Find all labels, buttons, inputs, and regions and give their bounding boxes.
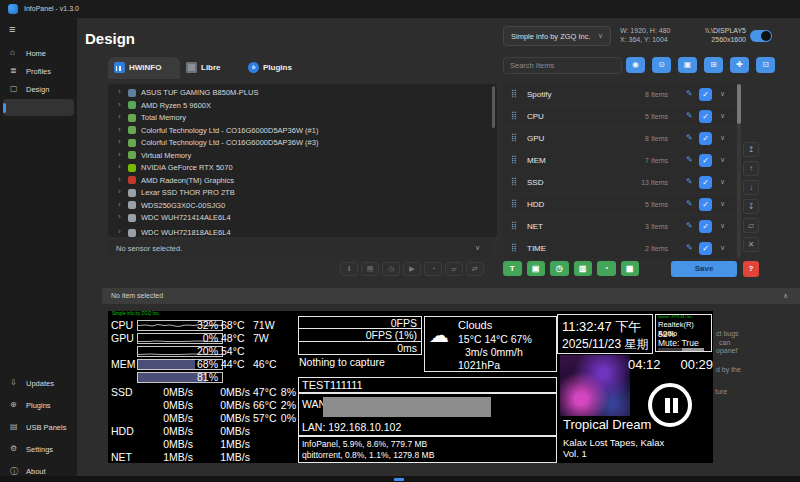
- expand-chevron-icon[interactable]: ›: [118, 150, 121, 159]
- drag-handle-icon[interactable]: ⣿: [511, 199, 517, 208]
- tree-row[interactable]: ›ASUS TUF GAMING B850M-PLUS: [108, 87, 497, 99]
- group-row-spotify[interactable]: ⣿Spotify8 Items✎✓∨: [503, 84, 736, 104]
- tree-row[interactable]: ›AMD Radeon(TM) Graphics: [108, 175, 497, 187]
- search-input[interactable]: [503, 57, 622, 74]
- sensor-tool-clock-button[interactable]: ◷: [382, 262, 400, 276]
- tool-lock-button[interactable]: ⊡: [756, 57, 775, 73]
- chevron-down-icon[interactable]: ∨: [720, 200, 725, 208]
- tab-libre[interactable]: Libre: [180, 57, 238, 79]
- edit-pencil-icon[interactable]: ✎: [686, 133, 693, 142]
- drag-handle-icon[interactable]: ⣿: [511, 243, 517, 252]
- add-chart-button[interactable]: ▥: [574, 261, 593, 276]
- sensor-tool-play-button[interactable]: ▶: [403, 262, 421, 276]
- save-button[interactable]: Save: [671, 261, 737, 277]
- expand-chevron-icon[interactable]: ›: [118, 125, 121, 134]
- group-checkbox[interactable]: ✓: [699, 88, 712, 101]
- tab-plugins[interactable]: Plugins: [242, 57, 306, 79]
- tab-hwinfo[interactable]: HWiNFO: [108, 57, 180, 79]
- sidebar-item-settings[interactable]: ⚙ Settings: [0, 442, 77, 458]
- group-checkbox[interactable]: ✓: [699, 242, 712, 255]
- sidebar-item-design[interactable]: ▢ Design: [0, 82, 77, 98]
- drag-handle-icon[interactable]: ⣿: [511, 177, 517, 186]
- tree-row[interactable]: ›Lexar SSD THOR PRO 2TB: [108, 187, 497, 199]
- expand-chevron-icon[interactable]: ›: [118, 200, 121, 209]
- group-checkbox[interactable]: ✓: [699, 110, 712, 123]
- chevron-down-icon[interactable]: ∨: [720, 112, 725, 120]
- selection-statusbar[interactable]: No item selected ∧: [102, 288, 800, 304]
- sidebar-item-profiles[interactable]: ≣ Profiles: [0, 64, 77, 80]
- chevron-down-icon[interactable]: ∨: [720, 178, 725, 186]
- expand-chevron-icon[interactable]: ›: [118, 137, 121, 146]
- sidebar-item-updates[interactable]: ⇩ Updates: [0, 376, 77, 392]
- add-clock-button[interactable]: ◷: [550, 261, 569, 276]
- expand-chevron-icon[interactable]: ›: [118, 100, 121, 109]
- group-checkbox[interactable]: ✓: [699, 198, 712, 211]
- drag-handle-icon[interactable]: ⣿: [511, 221, 517, 230]
- tool-move-button[interactable]: ✚: [730, 57, 749, 73]
- edit-pencil-icon[interactable]: ✎: [686, 199, 693, 208]
- tree-row[interactable]: ›WDC WUH721818ALE6L4: [108, 227, 497, 237]
- group-row-net[interactable]: ⣿NET3 Items✎✓∨: [503, 216, 736, 236]
- expand-chevron-icon[interactable]: ›: [118, 175, 121, 184]
- group-row-mem[interactable]: ⣿MEM7 Items✎✓∨: [503, 150, 736, 170]
- group-list-scroll-thumb[interactable]: [737, 84, 741, 124]
- profile-dropdown[interactable]: Simple info by ZGQ Inc. ∨: [503, 26, 611, 46]
- hamburger-menu-icon[interactable]: ≡: [9, 23, 15, 35]
- sensor-tool-swap-button[interactable]: ⇄: [466, 262, 484, 276]
- drag-handle-icon[interactable]: ⣿: [511, 89, 517, 98]
- group-row-gpu[interactable]: ⣿GPU8 Items✎✓∨: [503, 128, 736, 148]
- taskbar-app-icon[interactable]: [394, 478, 404, 482]
- move-to-top-button[interactable]: ↥: [743, 142, 759, 157]
- move-to-bottom-button[interactable]: ↧: [743, 199, 759, 214]
- chevron-down-icon[interactable]: ∨: [720, 156, 725, 164]
- expand-chevron-icon[interactable]: ›: [118, 112, 121, 121]
- edit-pencil-icon[interactable]: ✎: [686, 89, 693, 98]
- tool-brush-button[interactable]: ◉: [626, 57, 645, 73]
- sensor-tool-chart-button[interactable]: ▤: [361, 262, 379, 276]
- expand-chevron-icon[interactable]: ›: [118, 162, 121, 171]
- sidebar-item-plugins[interactable]: ⊕ Plugins: [0, 398, 77, 414]
- chevron-down-icon[interactable]: ∨: [720, 90, 725, 98]
- group-checkbox[interactable]: ✓: [699, 176, 712, 189]
- tree-row[interactable]: ›Colorful Technology Ltd - CO16G6000D5AP…: [108, 137, 497, 149]
- tree-row[interactable]: ›WDS250G3X0C-00SJG0: [108, 200, 497, 212]
- chevron-down-icon[interactable]: ∨: [720, 134, 725, 142]
- group-row-ssd[interactable]: ⣿SSD13 Items✎✓∨: [503, 172, 736, 192]
- tree-scrollbar[interactable]: [492, 86, 495, 128]
- tree-row[interactable]: ›Virtual Memory: [108, 150, 497, 162]
- duplicate-button[interactable]: ▱: [743, 218, 759, 233]
- tree-row[interactable]: ›Colorful Technology Ltd - CO16G6000D5AP…: [108, 125, 497, 137]
- tool-add-button[interactable]: ⊞: [704, 57, 723, 73]
- group-row-cpu[interactable]: ⣿CPU5 Items✎✓∨: [503, 106, 736, 126]
- group-row-time[interactable]: ⣿TIME2 Items✎✓∨: [503, 238, 736, 258]
- add-text-button[interactable]: T: [503, 261, 522, 276]
- edit-pencil-icon[interactable]: ✎: [686, 111, 693, 120]
- add-table-button[interactable]: ▦: [621, 261, 640, 276]
- edit-pencil-icon[interactable]: ✎: [686, 155, 693, 164]
- group-checkbox[interactable]: ✓: [699, 154, 712, 167]
- expand-chevron-icon[interactable]: ›: [118, 212, 121, 221]
- tool-target-button[interactable]: ⊙: [652, 57, 671, 73]
- delete-button[interactable]: ✕: [743, 237, 759, 252]
- group-checkbox[interactable]: ✓: [699, 220, 712, 233]
- edit-pencil-icon[interactable]: ✎: [686, 221, 693, 230]
- expand-chevron-icon[interactable]: ›: [118, 87, 121, 96]
- sensor-tool-info-button[interactable]: ℹ: [340, 262, 358, 276]
- move-down-button[interactable]: ↓: [743, 180, 759, 195]
- add-gauge-button[interactable]: ◔: [597, 261, 616, 276]
- drag-handle-icon[interactable]: ⣿: [511, 111, 517, 120]
- sensor-tool-copy-button[interactable]: ▱: [445, 262, 463, 276]
- add-image-button[interactable]: ▣: [527, 261, 546, 276]
- move-up-button[interactable]: ↑: [743, 161, 759, 176]
- group-checkbox[interactable]: ✓: [699, 132, 712, 145]
- chevron-down-icon[interactable]: ∨: [720, 244, 725, 252]
- tree-row[interactable]: ›NVIDIA GeForce RTX 5070: [108, 162, 497, 174]
- edit-pencil-icon[interactable]: ✎: [686, 177, 693, 186]
- tree-row[interactable]: ›Total Memory: [108, 112, 497, 124]
- expand-chevron-icon[interactable]: ›: [118, 227, 121, 236]
- tree-row[interactable]: ›WDC WUH721414ALE6L4: [108, 212, 497, 224]
- display-toggle[interactable]: [750, 30, 772, 42]
- help-button[interactable]: ?: [743, 261, 759, 277]
- group-row-hdd[interactable]: ⣿HDD5 Items✎✓∨: [503, 194, 736, 214]
- sidebar-item-usb-panels[interactable]: ▤ USB Panels: [0, 420, 77, 436]
